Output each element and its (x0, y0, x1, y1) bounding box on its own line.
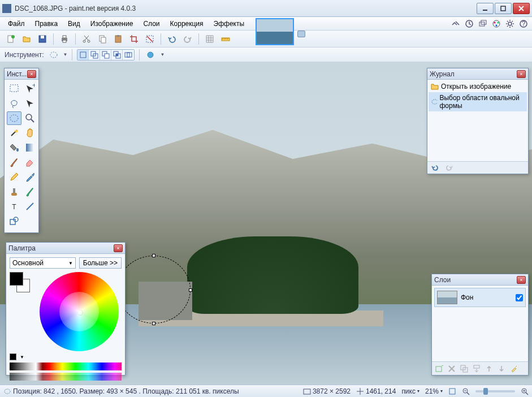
tools-panel-close-button[interactable]: × (27, 70, 36, 78)
history-window-toggle-icon[interactable] (464, 19, 474, 29)
colors-panel-header[interactable]: Палитра × (6, 243, 125, 254)
dropdown-arrow-icon[interactable]: ▼ (63, 52, 68, 57)
colors-window-toggle-icon[interactable] (491, 19, 501, 29)
history-panel-header[interactable]: Журнал × (427, 68, 528, 80)
history-redo-button[interactable] (444, 164, 453, 172)
clone-tool[interactable] (7, 185, 21, 198)
duplicate-layer-button[interactable] (459, 364, 469, 374)
document-thumbnail[interactable] (256, 18, 294, 45)
redo-button[interactable] (181, 33, 194, 45)
current-tool-icon[interactable] (47, 49, 60, 61)
gradient-tool[interactable] (23, 141, 37, 154)
pencil-tool[interactable] (7, 170, 21, 184)
add-layer-button[interactable]: + (434, 364, 444, 374)
selection-xor-button[interactable] (123, 50, 134, 60)
delete-layer-button[interactable] (447, 364, 457, 374)
settings-icon[interactable] (505, 19, 515, 29)
layer-visibility-checkbox[interactable] (516, 294, 523, 301)
selection-subtract-button[interactable] (100, 50, 111, 60)
new-button[interactable] (5, 33, 17, 45)
print-button[interactable] (58, 33, 71, 45)
move-pixels-tool[interactable] (23, 97, 37, 110)
tools-window-toggle-icon[interactable] (451, 19, 461, 29)
zoom-tool[interactable] (23, 111, 37, 125)
help-icon[interactable]: ? (518, 19, 529, 29)
document-list-dropdown[interactable] (297, 31, 305, 37)
svg-text:T: T (12, 203, 16, 211)
dropdown-arrow-icon[interactable]: ▼ (160, 52, 165, 57)
history-undo-button[interactable] (431, 164, 440, 172)
menu-image[interactable]: Изображение (86, 19, 138, 29)
history-item[interactable]: Выбор области овальной формы (429, 92, 527, 111)
ruler-button[interactable] (219, 33, 232, 45)
copy-button[interactable] (96, 33, 109, 45)
zoom-slider[interactable] (475, 390, 515, 392)
ellipse-select-tool[interactable] (7, 111, 21, 125)
bucket-tool[interactable] (7, 141, 21, 154)
move-layer-up-button[interactable] (484, 364, 494, 374)
layer-item[interactable]: Фон (434, 288, 526, 307)
selection-intersect-button[interactable] (111, 50, 123, 60)
magic-wand-tool[interactable] (7, 126, 21, 140)
zoom-in-button[interactable] (521, 387, 529, 395)
maximize-button[interactable] (495, 3, 512, 14)
zoom-level[interactable]: 21% ▾ (425, 387, 443, 395)
move-selection-tool[interactable]: + (23, 82, 37, 96)
save-button[interactable] (36, 33, 49, 45)
layers-panel-close-button[interactable]: × (517, 276, 526, 284)
color-wheel[interactable] (40, 272, 119, 351)
layers-panel-header[interactable]: Слои × (432, 274, 528, 286)
shapes-tool[interactable] (7, 214, 21, 228)
color-swatches[interactable] (10, 272, 32, 295)
close-button[interactable] (513, 3, 530, 14)
selection-add-button[interactable] (89, 50, 100, 60)
flood-mode-button[interactable] (144, 49, 157, 61)
recolor-tool[interactable] (23, 185, 37, 198)
line-tool[interactable] (23, 200, 37, 213)
undo-button[interactable] (166, 33, 178, 45)
chevron-down-icon[interactable]: ▼ (20, 355, 24, 360)
colors-panel-close-button[interactable]: × (114, 244, 123, 252)
color-mode-dropdown[interactable]: Основной ▼ (10, 257, 76, 269)
menu-adjustments[interactable]: Коррекция (166, 19, 208, 29)
eraser-tool[interactable] (23, 156, 37, 169)
zoom-fit-button[interactable] (448, 387, 456, 395)
svg-point-8 (494, 21, 496, 23)
menu-effects[interactable]: Эффекты (209, 19, 249, 29)
zoom-out-button[interactable] (462, 387, 470, 395)
paste-button[interactable] (112, 33, 124, 45)
lasso-tool[interactable] (7, 97, 21, 110)
merge-down-button[interactable] (472, 364, 482, 374)
layer-properties-button[interactable] (509, 364, 519, 374)
grid-button[interactable] (204, 33, 216, 45)
menu-file[interactable]: Файл (3, 19, 29, 29)
history-item[interactable]: Открыть изображение (429, 81, 527, 92)
crop-button[interactable] (128, 33, 140, 45)
palette-add-icon[interactable] (10, 353, 16, 360)
menu-view[interactable]: Вид (63, 19, 85, 29)
color-palette-strip[interactable] (10, 363, 122, 370)
pan-tool[interactable] (23, 126, 37, 140)
menu-layers[interactable]: Слои (139, 19, 164, 29)
open-button[interactable] (20, 33, 33, 45)
cut-button[interactable] (80, 33, 93, 45)
history-panel-close-button[interactable]: × (517, 70, 526, 78)
menu-edit[interactable]: Правка (31, 19, 63, 29)
more-colors-button[interactable]: Больше >> (79, 257, 122, 269)
selection-replace-button[interactable] (77, 50, 89, 60)
brush-tool[interactable] (7, 156, 21, 169)
color-wheel-cursor[interactable] (77, 310, 83, 316)
layers-window-toggle-icon[interactable] (478, 19, 488, 29)
deselect-button[interactable] (144, 33, 156, 45)
color-palette-strip-2[interactable] (10, 373, 122, 381)
foreground-color-swatch[interactable] (10, 272, 23, 286)
units-selector[interactable]: пикс ▾ (401, 387, 419, 395)
minimize-button[interactable] (477, 3, 494, 14)
selection-marquee[interactable] (117, 256, 191, 323)
move-layer-down-button[interactable] (496, 364, 507, 374)
zoom-slider-thumb[interactable] (483, 388, 488, 395)
tools-panel-header[interactable]: Инст... × (5, 68, 38, 80)
text-tool[interactable]: T (7, 200, 21, 213)
rect-select-tool[interactable] (7, 82, 21, 96)
eyedropper-tool[interactable] (23, 170, 37, 184)
